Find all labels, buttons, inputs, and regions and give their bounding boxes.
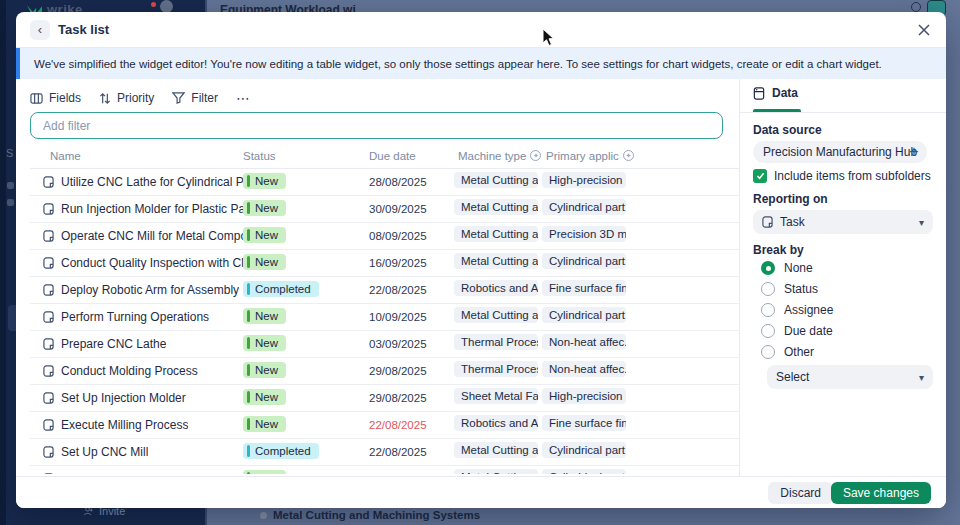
task-name-cell: Conduct Quality Inspection with CMM	[30, 256, 243, 270]
back-button[interactable]: ‹	[30, 20, 50, 40]
save-changes-button[interactable]: Save changes	[831, 482, 931, 504]
table-row[interactable]: New Metal Cutting a... Cylindrical part.…	[30, 466, 739, 474]
table-row[interactable]: Prepare CNC Lathe New 03/09/2025 Thermal…	[30, 331, 739, 358]
table-row[interactable]: Set Up Injection Molder New 29/08/2025 S…	[30, 385, 739, 412]
table-row[interactable]: Run Injection Molder for Plastic Parts N…	[30, 196, 739, 223]
status-bar-icon	[247, 472, 250, 474]
settings-panel: Data Data source Precision Manufacturing…	[739, 79, 946, 476]
task-name-cell: Deploy Robotic Arm for Assembly	[30, 283, 243, 297]
radio-icon	[761, 303, 775, 317]
machine-type-tag: Metal Cutting a...	[454, 199, 538, 215]
table-row[interactable]: Execute Milling Process New 22/08/2025 R…	[30, 412, 739, 439]
column-header-status[interactable]: Status	[243, 150, 369, 162]
status-cell: New	[243, 308, 369, 326]
status-badge: Completed	[243, 281, 319, 297]
table-row[interactable]: Set Up CNC Mill Completed 22/08/2025 Met…	[30, 439, 739, 466]
tab-data[interactable]: Data	[753, 86, 798, 100]
table-row[interactable]: Utilize CNC Lathe for Cylindrical Parts …	[30, 169, 739, 196]
task-name: Conduct Quality Inspection with CMM	[61, 256, 243, 270]
table-row[interactable]: Perform Turning Operations New 10/09/202…	[30, 304, 739, 331]
break-by-radio[interactable]: Status	[761, 282, 833, 296]
table-toolbar: Fields Priority Filter ⋯	[30, 85, 251, 111]
primary-applic-cell: Cylindrical part...	[542, 469, 739, 474]
column-header-primary-applic[interactable]: Primary applic✦	[542, 150, 739, 162]
table-row[interactable]: Operate CNC Mill for Metal Components Ne…	[30, 223, 739, 250]
column-header-machine-type[interactable]: Machine type✦	[454, 150, 542, 162]
sidebar-sliver-text: S	[6, 147, 13, 159]
priority-sort-button[interactable]: Priority	[99, 91, 154, 105]
close-icon[interactable]	[916, 22, 932, 38]
break-by-radio[interactable]: Assignee	[761, 303, 833, 317]
status-bar-icon	[247, 364, 250, 376]
modal-footer: Discard Save changes	[16, 476, 946, 508]
more-options-button[interactable]: ⋯	[236, 90, 251, 106]
machine-type-cell: Robotics and A...	[454, 280, 542, 300]
status-cell: New	[243, 227, 369, 245]
status-badge: New	[243, 389, 286, 405]
add-filter-input[interactable]	[30, 112, 723, 139]
task-name-cell: Utilize CNC Lathe for Cylindrical Parts	[30, 175, 243, 189]
primary-applic-cell: Cylindrical part...	[542, 253, 739, 273]
machine-type-cell: Metal Cutting a...	[454, 469, 542, 474]
status-badge: New	[243, 362, 286, 378]
machine-type-tag: Metal Cutting a...	[454, 226, 538, 242]
status-cell: New	[243, 200, 369, 218]
primary-applic-cell: Precision 3D m...	[542, 226, 739, 246]
active-tab-underline	[753, 109, 801, 112]
machine-type-tag: Thermal Proces...	[454, 334, 538, 350]
primary-applic-cell: High-precision ...	[542, 388, 739, 408]
include-subfolders-checkbox[interactable]: Include items from subfolders	[753, 169, 931, 183]
primary-applic-tag: Cylindrical part...	[542, 253, 626, 269]
task-icon	[43, 257, 54, 269]
table-row[interactable]: Conduct Molding Process New 29/08/2025 T…	[30, 358, 739, 385]
fields-button[interactable]: Fields	[30, 91, 81, 105]
table-row[interactable]: Deploy Robotic Arm for Assembly Complete…	[30, 277, 739, 304]
break-by-radio-group: None Status Assignee Due date Other	[761, 261, 833, 359]
due-date-cell: 16/09/2025	[369, 257, 454, 269]
task-icon	[762, 216, 773, 228]
primary-applic-tag: High-precision ...	[542, 388, 626, 404]
search-icon[interactable]	[911, 2, 921, 12]
sidebar-edge	[0, 0, 6, 525]
status-badge: New	[243, 173, 286, 189]
task-icon	[43, 392, 54, 404]
primary-applic-tag: Cylindrical part...	[542, 442, 626, 458]
due-date-cell: 30/09/2025	[369, 203, 454, 215]
reporting-on-dropdown[interactable]: Task ▾	[753, 210, 933, 234]
status-cell: Completed	[243, 443, 369, 461]
discard-button[interactable]: Discard	[768, 482, 833, 504]
machine-type-tag: Metal Cutting a...	[454, 172, 538, 188]
primary-applic-tag: Cylindrical part...	[542, 469, 626, 474]
primary-applic-cell: Non-heat affec...	[542, 334, 739, 354]
status-badge: New	[243, 227, 286, 243]
due-date-cell: 29/08/2025	[369, 365, 454, 377]
radio-icon	[761, 282, 775, 296]
break-by-other-select[interactable]: Select ▾	[767, 365, 933, 389]
sort-arrows-icon	[99, 92, 111, 105]
task-icon	[43, 338, 54, 350]
status-bar-icon	[247, 391, 250, 403]
data-source-chip[interactable]: Precision Manufacturing Hub	[753, 141, 927, 163]
add-data-source-button[interactable]: +	[903, 141, 925, 163]
task-icon	[43, 311, 54, 323]
primary-applic-cell: Cylindrical part...	[542, 442, 739, 462]
task-icon	[43, 365, 54, 377]
column-header-name[interactable]: Name	[30, 150, 243, 162]
break-by-radio[interactable]: Due date	[761, 324, 833, 338]
chevron-down-icon: ▾	[919, 372, 924, 383]
table-header-row: Name Status Due date Machine type✦ Prima…	[30, 143, 739, 169]
radio-icon	[761, 345, 775, 359]
task-name-cell: Prepare CNC Lathe	[30, 337, 243, 351]
filter-button[interactable]: Filter	[172, 91, 218, 105]
primary-applic-cell: Cylindrical part...	[542, 199, 739, 219]
machine-type-tag: Metal Cutting a...	[454, 469, 538, 474]
break-by-radio[interactable]: None	[761, 261, 833, 275]
table-row[interactable]: Conduct Quality Inspection with CMM New …	[30, 250, 739, 277]
task-name: Execute Milling Process	[61, 418, 188, 432]
machine-type-cell: Thermal Proces...	[454, 361, 542, 381]
break-by-radio[interactable]: Other	[761, 345, 833, 359]
primary-applic-cell: Fine surface fin...	[542, 415, 739, 435]
column-header-due-date[interactable]: Due date	[369, 150, 454, 162]
primary-applic-tag: Non-heat affec...	[542, 361, 626, 377]
status-bar-icon	[247, 175, 250, 187]
